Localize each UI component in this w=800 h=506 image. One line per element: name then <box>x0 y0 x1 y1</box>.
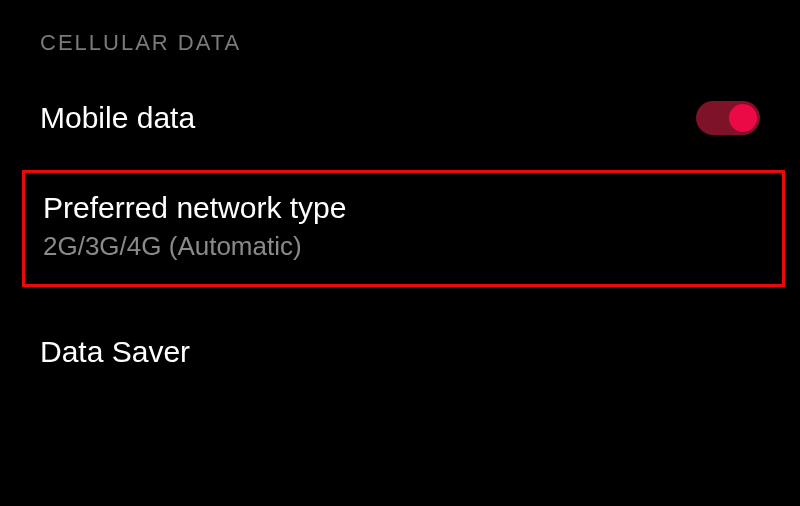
data-saver-row[interactable]: Data Saver <box>0 287 800 417</box>
section-header: CELLULAR DATA <box>0 0 800 66</box>
preferred-network-subtitle: 2G/3G/4G (Automatic) <box>43 231 764 262</box>
mobile-data-toggle[interactable] <box>696 101 760 135</box>
preferred-network-title: Preferred network type <box>43 191 764 225</box>
preferred-network-type-row[interactable]: Preferred network type 2G/3G/4G (Automat… <box>22 170 785 287</box>
data-saver-label: Data Saver <box>40 335 190 369</box>
toggle-knob-icon <box>729 104 757 132</box>
mobile-data-row[interactable]: Mobile data <box>0 66 800 170</box>
mobile-data-label: Mobile data <box>40 101 195 135</box>
